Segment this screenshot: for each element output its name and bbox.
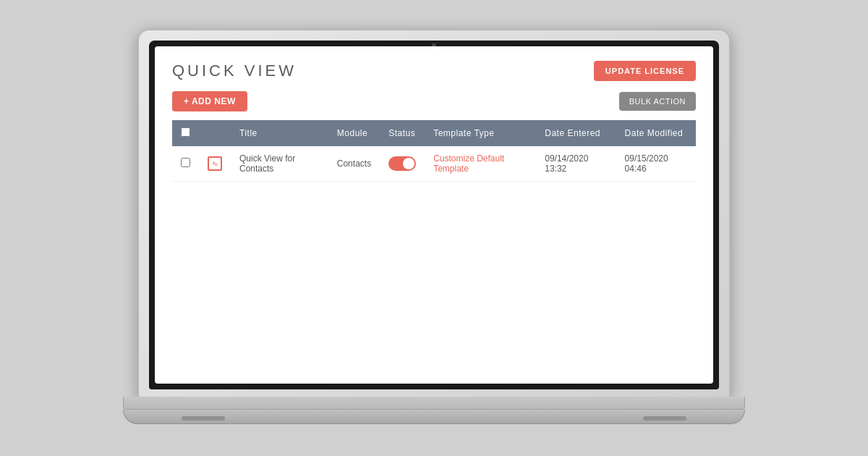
row-module: Contacts (328, 146, 380, 182)
template-type-link[interactable]: Customize Default Template (433, 153, 504, 174)
bulk-action-button[interactable]: BULK ACTION (619, 92, 696, 111)
row-checkbox[interactable] (181, 158, 190, 167)
screen-content: QUICK VIEW UPDATE LICENSE + ADD NEW BULK… (155, 46, 713, 384)
update-license-button[interactable]: UPDATE LICENSE (594, 61, 696, 81)
col-header-actions (199, 120, 231, 146)
col-header-module: Module (328, 120, 380, 146)
laptop-base (123, 397, 745, 434)
row-date-modified: 09/15/2020 04:46 (616, 146, 696, 182)
col-header-status: Status (380, 120, 425, 146)
row-edit-cell: ✎ (199, 146, 231, 182)
add-new-button[interactable]: + ADD NEW (172, 91, 247, 111)
row-template-type: Customize Default Template (425, 146, 536, 182)
col-header-date-entered: Date Entered (536, 120, 616, 146)
col-header-checkbox (172, 120, 199, 146)
pencil-icon: ✎ (211, 159, 218, 168)
col-header-template-type: Template Type (425, 120, 536, 146)
app-title: QUICK VIEW (172, 62, 297, 80)
laptop-vent-right (643, 416, 686, 421)
toolbar: + ADD NEW BULK ACTION (172, 91, 696, 111)
laptop-base-top (123, 397, 745, 410)
laptop-base-bottom (123, 410, 745, 424)
row-title: Quick View for Contacts (231, 146, 328, 182)
row-date-entered: 09/14/2020 13:32 (536, 146, 616, 182)
row-checkbox-cell (172, 146, 199, 182)
edit-icon-button[interactable]: ✎ (208, 156, 222, 171)
row-status (380, 146, 425, 182)
table-row: ✎ Quick View for Contacts Contacts Custo… (172, 146, 696, 182)
app-header: QUICK VIEW UPDATE LICENSE (172, 61, 696, 81)
col-header-title: Title (231, 120, 328, 146)
select-all-checkbox[interactable] (181, 127, 190, 137)
data-table: Title Module Status Template Type Date E… (172, 120, 696, 182)
col-header-date-modified: Date Modified (616, 120, 696, 146)
table-header-row: Title Module Status Template Type Date E… (172, 120, 696, 146)
laptop-vent-left (182, 416, 225, 421)
status-toggle[interactable] (388, 156, 416, 171)
toggle-slider (388, 156, 416, 171)
